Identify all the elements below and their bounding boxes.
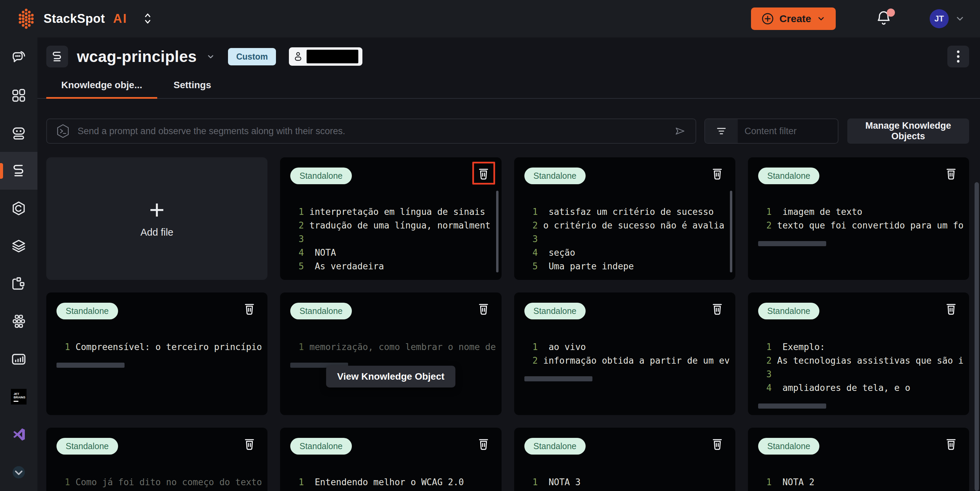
delete-knowledge-object-button[interactable] xyxy=(944,301,958,316)
create-button[interactable]: Create xyxy=(751,8,836,30)
apps-grid-icon xyxy=(11,87,27,104)
filter-icon xyxy=(705,119,738,143)
knowledge-object-card[interactable]: Standalone 1memorização, como lembrar o … xyxy=(280,292,501,415)
sidebar-item-jetbrains[interactable]: JET BRAINS xyxy=(0,378,37,416)
code-line: 3 xyxy=(758,367,963,381)
sidebar-item-stacks[interactable] xyxy=(0,227,37,265)
trash-icon xyxy=(711,301,724,316)
sidebar-item-visual-studio[interactable] xyxy=(0,416,37,454)
add-file-card[interactable]: + Add file xyxy=(46,157,267,280)
notifications-button[interactable] xyxy=(876,10,892,27)
sidebar-item-packages[interactable] xyxy=(0,190,37,228)
delete-knowledge-object-button[interactable] xyxy=(944,436,958,451)
knowledge-object-card[interactable]: Standalone 1Compreensível: o terceiro pr… xyxy=(46,292,267,415)
prompt-input[interactable] xyxy=(78,126,666,137)
tab-knowledge-objects[interactable]: Knowledge obje... xyxy=(46,73,157,98)
code-line: 1Compreensível: o terceiro princípio xyxy=(56,340,261,354)
standalone-badge: Standalone xyxy=(758,167,820,184)
vertical-scrollbar[interactable] xyxy=(496,191,498,273)
sidebar-item-agents[interactable] xyxy=(0,114,37,152)
knowledge-object-card[interactable]: Standalone 1 ao vivo2informação obtida a… xyxy=(514,292,735,415)
delete-knowledge-object-button[interactable] xyxy=(242,436,256,451)
knowledge-grid: + Add file Standalone 1interpretação em … xyxy=(46,157,969,491)
delete-knowledge-object-button[interactable] xyxy=(710,301,724,316)
plus-circle-icon xyxy=(761,12,774,25)
main-content: wcag-principles Custom xyxy=(37,37,980,491)
board-icon xyxy=(11,276,27,292)
sidebar-scroll-more[interactable] xyxy=(0,453,37,491)
sidebar-item-analytics[interactable] xyxy=(0,340,37,378)
delete-knowledge-object-button[interactable] xyxy=(710,166,724,181)
trash-icon xyxy=(944,301,958,316)
knowledge-object-card[interactable]: Standalone 1interpretação em língua de s… xyxy=(280,157,501,280)
page-scrollbar[interactable] xyxy=(975,182,979,491)
code-line: 1 Entendendo melhor o WCAG 2.0 xyxy=(290,475,495,489)
redacted-owner-name xyxy=(307,50,358,63)
chat-icon xyxy=(11,49,27,66)
code-line: 2o critério de sucesso não é avalia xyxy=(524,218,729,232)
sidebar: JET BRAINS xyxy=(0,37,37,491)
chevron-down-icon xyxy=(955,14,965,24)
sidebar-item-apps[interactable] xyxy=(0,77,37,115)
code-line: 1Como já foi dito no começo do texto xyxy=(56,475,261,489)
knowledge-object-card[interactable]: Standalone 1Como já foi dito no começo d… xyxy=(46,428,267,491)
code-line: 2O infográfico a seguir explica de f xyxy=(290,489,495,491)
sidebar-item-knowledge-sources[interactable] xyxy=(0,152,37,190)
content-filter-box xyxy=(705,118,838,144)
trash-icon xyxy=(243,436,256,451)
delete-knowledge-object-button[interactable] xyxy=(710,436,724,451)
knowledge-object-card[interactable]: Standalone 1 NOTA 32Se todas as informaç… xyxy=(514,428,735,491)
add-file-label: Add file xyxy=(140,227,173,238)
delete-knowledge-object-button[interactable] xyxy=(476,301,491,316)
horizontal-scrollbar[interactable] xyxy=(758,241,826,246)
brand-logo[interactable]: StackSpotAI xyxy=(15,8,153,30)
horizontal-scrollbar[interactable] xyxy=(758,403,826,409)
delete-knowledge-object-button[interactable] xyxy=(476,436,491,451)
more-options-button[interactable] xyxy=(947,46,969,67)
sidebar-item-chat[interactable] xyxy=(0,39,37,77)
standalone-badge: Standalone xyxy=(524,438,586,454)
knowledge-object-card[interactable]: Standalone 1 NOTA 22Praticamente todos o… xyxy=(748,428,969,491)
workspace-switcher-icon[interactable] xyxy=(143,12,153,26)
chevron-down-icon xyxy=(817,14,826,23)
source-header: wcag-principles Custom xyxy=(46,46,969,67)
code-line: 4 NOTA xyxy=(290,246,495,260)
code-line: 1interpretação em língua de sinais xyxy=(290,205,495,218)
create-button-label: Create xyxy=(780,13,811,24)
code-line: 3 xyxy=(524,232,729,246)
account-menu[interactable]: JT xyxy=(930,9,965,28)
knowledge-object-card[interactable]: Standalone 1 Entendendo melhor o WCAG 2.… xyxy=(280,428,501,491)
tab-settings[interactable]: Settings xyxy=(157,73,227,98)
knowledge-object-card[interactable]: Standalone 1 satisfaz um critério de suc… xyxy=(514,157,735,280)
standalone-badge: Standalone xyxy=(290,438,352,454)
standalone-badge: Standalone xyxy=(56,438,118,454)
brand-dots-logo-icon xyxy=(15,8,37,30)
jetbrains-icon: JET BRAINS xyxy=(11,389,27,405)
delete-knowledge-object-button[interactable] xyxy=(944,166,958,181)
manage-knowledge-objects-button[interactable]: Manage Knowledge Objects xyxy=(847,118,969,144)
sidebar-item-workspace[interactable] xyxy=(0,265,37,303)
kebab-menu-icon xyxy=(956,49,960,64)
title-dropdown-chevron-icon[interactable] xyxy=(205,51,216,62)
standalone-badge: Standalone xyxy=(56,303,118,319)
code-line: 1 NOTA 3 xyxy=(524,475,729,489)
code-line: 1 imagem de texto xyxy=(758,205,963,218)
send-prompt-button[interactable] xyxy=(673,124,687,138)
code-line: 5 As verdadeira xyxy=(290,260,495,273)
code-line: 2Se todas as informações sobre o víd xyxy=(524,489,729,491)
knowledge-object-card[interactable]: Standalone 1 imagem de texto2texto que f… xyxy=(748,157,969,280)
standalone-badge: Standalone xyxy=(524,303,586,319)
scroll-more-chevron-icon xyxy=(11,464,27,480)
view-knowledge-object-tooltip[interactable]: View Knowledge Object xyxy=(326,366,455,387)
horizontal-scrollbar[interactable] xyxy=(56,363,124,368)
terminal-hexagon-icon xyxy=(56,124,70,139)
code-line: 5 Uma parte indepe xyxy=(524,260,729,273)
prompt-input-box xyxy=(46,118,696,144)
vertical-scrollbar[interactable] xyxy=(730,191,732,273)
sidebar-item-plugins[interactable] xyxy=(0,303,37,341)
content-filter-input[interactable] xyxy=(738,126,838,137)
knowledge-object-card[interactable]: Standalone 1 Exemplo:2As tecnologias ass… xyxy=(748,292,969,415)
delete-knowledge-object-button[interactable] xyxy=(242,301,256,316)
horizontal-scrollbar[interactable] xyxy=(524,376,592,381)
svg-text:BRAINS: BRAINS xyxy=(14,396,25,399)
